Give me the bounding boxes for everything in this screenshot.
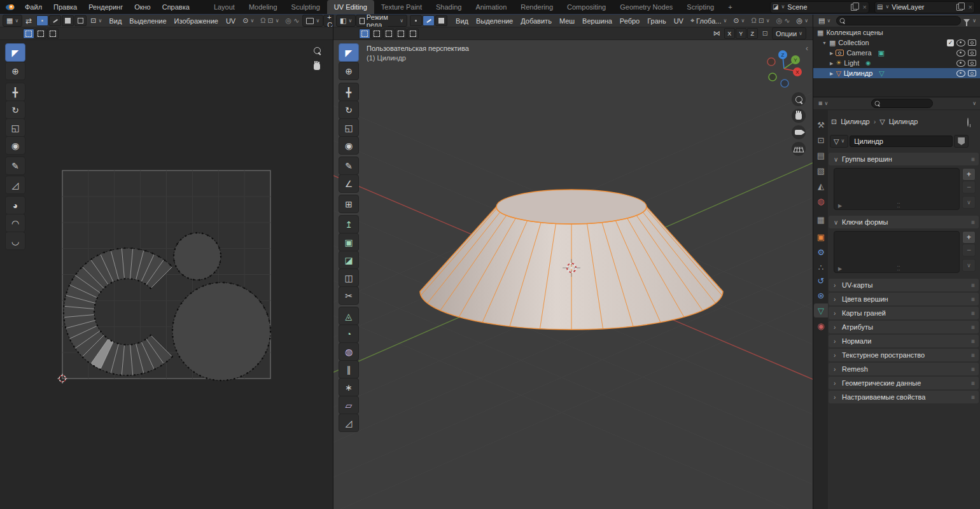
tab-layout[interactable]: Layout — [207, 0, 242, 14]
tool-knife[interactable]: ✂ — [339, 286, 359, 305]
close-icon[interactable]: × — [969, 4, 972, 11]
menu-edit[interactable]: Правка — [48, 0, 83, 14]
tab-scripting[interactable]: Scripting — [680, 0, 721, 14]
properties-search-input[interactable] — [871, 99, 933, 108]
panel-face-maps[interactable]: ›Карты граней≡ — [829, 307, 979, 319]
outliner-row-light[interactable]: ▶ ☀ Light ◉ — [813, 58, 980, 68]
outliner-row-scene-collection[interactable]: ▦ Коллекция сцены — [813, 27, 980, 38]
tab-render[interactable]: ⊡ — [814, 133, 828, 147]
tool-shear[interactable]: ▱ — [339, 396, 359, 414]
camera-view-button[interactable] — [792, 125, 806, 139]
panel-custom-properties[interactable]: ›Настраиваемые свойства≡ — [829, 391, 979, 403]
tool-transform[interactable]: ◉ — [339, 136, 359, 155]
tool-spin[interactable]: ◔ — [339, 324, 359, 343]
gizmo-y-negative[interactable] — [769, 73, 776, 81]
select-mode-extend-button[interactable] — [35, 29, 46, 39]
hide-eye-icon[interactable] — [956, 39, 965, 46]
outliner-row-camera[interactable]: ▶ Camera ▣ — [813, 48, 980, 58]
uv-select-vertex-button[interactable] — [36, 15, 48, 26]
vertex-groups-list[interactable]: ▶⁚⁚ — [834, 168, 960, 210]
uv-zoom-button[interactable] — [310, 43, 324, 57]
outliner-row-collection[interactable]: ▼ ▦ Collection ✓ — [813, 38, 980, 48]
new-scene-icon[interactable] — [851, 4, 857, 11]
viewport-editor-type-button[interactable]: ◧ ∨ — [336, 15, 356, 27]
tool-inset-faces[interactable]: ▣ — [339, 233, 359, 251]
uv-tool-rip-region[interactable]: ◿ — [5, 176, 25, 194]
uv-tool-scale[interactable]: ◱ — [5, 118, 25, 137]
uv-sync-selection-toggle[interactable]: ⇄ — [22, 15, 35, 26]
panel-geometry-data[interactable]: ›Геометрические данные≡ — [829, 377, 979, 389]
vertex-select-button[interactable] — [410, 15, 422, 26]
snapping-group[interactable]: Ω ⊡ ∨ — [748, 15, 773, 26]
mesh-name-input[interactable]: Цилиндр — [850, 136, 953, 147]
tool-edge-slide[interactable]: ∥ — [339, 360, 359, 379]
outliner-row-cylinder[interactable]: ▶ ▽ Цилиндр ▽ — [813, 68, 980, 78]
disable-render-icon[interactable] — [968, 39, 976, 46]
tool-scale[interactable]: ◱ — [339, 118, 359, 137]
list-resize-grip[interactable]: ⁚⁚ — [897, 204, 900, 209]
remove-shape-key-button[interactable]: − — [962, 244, 976, 256]
uv-menu-image[interactable]: Изображение — [171, 17, 222, 25]
add-workspace-button[interactable]: + — [721, 0, 739, 14]
panel-texture-space[interactable]: ›Текстурное пространство≡ — [829, 349, 979, 361]
collapse-icon[interactable]: ▶ — [830, 71, 833, 76]
area-divider[interactable] — [333, 15, 333, 509]
panel-vertex-colors[interactable]: ›Цвета вершин≡ — [829, 293, 979, 305]
tool-move[interactable]: ╋ — [339, 83, 359, 101]
mesh-datablock-dropdown[interactable]: ▽ ∨ — [830, 135, 848, 148]
uv-tool-select-box[interactable]: ◤ — [5, 43, 25, 62]
mode-dropdown[interactable]: Режим реда... ∨ — [356, 15, 407, 27]
uv-menu-view[interactable]: Вид — [105, 17, 125, 25]
edge-menu[interactable]: Ребро — [616, 17, 643, 25]
scene-selector[interactable]: ◪ ∨ Scene × — [770, 1, 869, 13]
list-expand-icon[interactable]: ▶ — [838, 267, 842, 272]
collapse-icon[interactable]: ▶ — [830, 61, 833, 66]
remove-vertex-group-button[interactable]: − — [962, 181, 976, 193]
tool-bevel[interactable]: ◪ — [339, 251, 359, 269]
edge-select-button[interactable] — [423, 15, 435, 26]
uv-menu[interactable]: UV — [670, 17, 687, 25]
viewport-pan-button[interactable] — [792, 109, 806, 123]
tab-tool[interactable]: ⚒ — [814, 118, 828, 132]
fake-user-button[interactable] — [954, 135, 969, 148]
expand-icon[interactable]: ▼ — [822, 41, 827, 45]
sidebar-collapse-arrow[interactable]: ‹ — [806, 44, 808, 53]
tab-collection[interactable]: ▦ — [814, 213, 828, 227]
tab-compositing[interactable]: Compositing — [560, 0, 613, 14]
menu-file[interactable]: Файл — [19, 0, 48, 14]
panel-vertex-groups[interactable]: ∨ Группы вершин ≡ — [829, 153, 979, 165]
select-mode-new-button[interactable] — [359, 29, 370, 39]
gizmo-x-negative[interactable] — [767, 58, 775, 66]
list-expand-icon[interactable]: ▶ — [838, 204, 842, 209]
panel-attributes[interactable]: ›Атрибуты≡ — [829, 321, 979, 333]
menu-render[interactable]: Рендеринг — [83, 0, 129, 14]
tab-output[interactable]: ▤ — [814, 148, 828, 162]
uv-select-edge-button[interactable] — [49, 15, 61, 26]
uv-pan-button[interactable] — [310, 59, 324, 73]
tool-rotate[interactable]: ↻ — [339, 101, 359, 119]
mirror-x-button[interactable]: X — [724, 28, 735, 39]
tab-scene[interactable]: ◭ — [814, 179, 828, 193]
hide-eye-icon[interactable] — [956, 60, 965, 67]
outliner-search-input[interactable] — [836, 16, 961, 25]
menu-window[interactable]: Окно — [129, 0, 157, 14]
menu-help[interactable]: Справка — [157, 0, 195, 14]
tool-smooth[interactable]: ◍ — [339, 342, 359, 361]
tab-particles[interactable]: ∴ — [814, 260, 828, 274]
add-shape-key-button[interactable]: + — [962, 231, 976, 244]
add-vertex-group-button[interactable]: + — [962, 168, 976, 181]
tab-view-layer[interactable]: ▧ — [814, 164, 828, 178]
uv-tool-move[interactable]: ╋ — [5, 83, 25, 101]
uv-pivot-dropdown[interactable]: ⊙ ∨ — [239, 15, 257, 26]
shape-keys-list[interactable]: ▶⁚⁚ — [834, 231, 960, 273]
select-mode-extend-button[interactable] — [371, 29, 382, 39]
chevron-down-icon[interactable]: ∨ — [972, 18, 976, 24]
uv-snapping-group[interactable]: Ω ⊡ ∨ — [257, 15, 282, 26]
uv-proportional-editing-group[interactable]: ◎ ∿ — [283, 15, 303, 26]
tab-animation[interactable]: Animation — [468, 0, 514, 14]
select-mode-invert-button[interactable] — [395, 29, 407, 39]
new-image-button[interactable]: + Co — [323, 15, 333, 27]
tab-texture-paint[interactable]: Texture Paint — [374, 0, 429, 14]
panel-uv-maps[interactable]: ›UV-карты≡ — [829, 279, 979, 291]
filter-icon[interactable] — [963, 19, 970, 23]
